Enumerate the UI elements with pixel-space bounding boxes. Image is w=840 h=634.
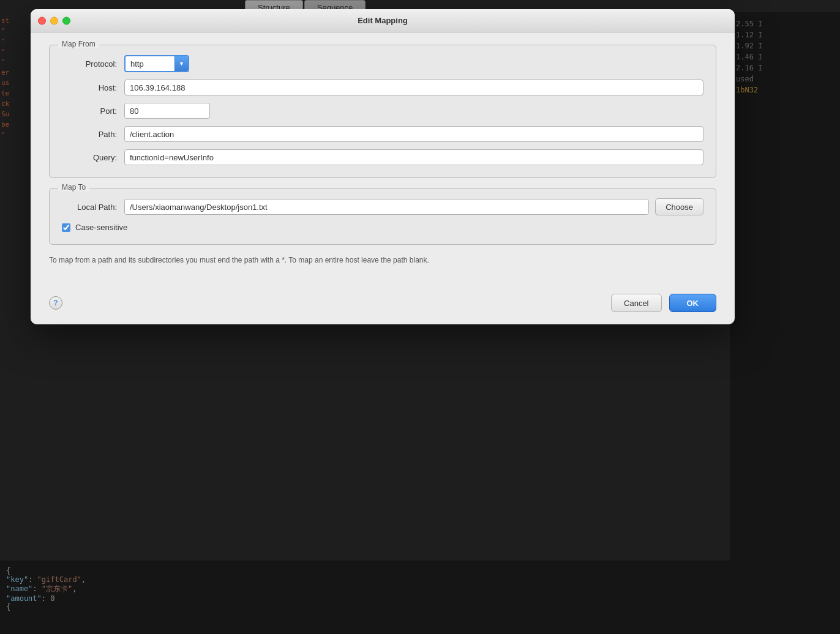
- protocol-label: Protocol:: [62, 59, 117, 69]
- query-input[interactable]: [124, 149, 703, 165]
- query-row: Query:: [62, 149, 703, 165]
- choose-button[interactable]: Choose: [655, 198, 703, 215]
- case-sensitive-row: Case-sensitive: [62, 223, 703, 232]
- path-label: Path:: [62, 130, 117, 139]
- protocol-input[interactable]: [126, 58, 174, 70]
- dialog-title-bar: Edit Mapping: [31, 9, 735, 32]
- host-row: Host:: [62, 80, 703, 95]
- info-text: To map from a path and its subdirectorie…: [49, 255, 716, 266]
- host-label: Host:: [62, 83, 117, 92]
- edit-mapping-dialog: Edit Mapping Map From Protocol: ▼ Host: …: [31, 9, 735, 324]
- protocol-row: Protocol: ▼: [62, 55, 703, 72]
- dialog-footer: ? Cancel OK: [31, 288, 735, 324]
- host-input[interactable]: [124, 80, 703, 95]
- maximize-button[interactable]: [62, 17, 70, 24]
- map-from-section: Map From Protocol: ▼ Host: Port:: [49, 45, 716, 178]
- dialog-title: Edit Mapping: [358, 16, 408, 25]
- path-input[interactable]: [124, 126, 703, 142]
- path-row: Path:: [62, 126, 703, 142]
- map-from-legend: Map From: [58, 40, 99, 48]
- protocol-dropdown-button[interactable]: ▼: [174, 56, 188, 71]
- traffic-lights: [38, 17, 70, 24]
- local-path-input[interactable]: [124, 199, 649, 215]
- cancel-button[interactable]: Cancel: [611, 294, 661, 312]
- local-path-label: Local Path:: [62, 203, 117, 212]
- close-button[interactable]: [38, 17, 46, 24]
- port-input[interactable]: [124, 103, 210, 119]
- map-to-section: Map To Local Path: Choose Case-sensitive: [49, 188, 716, 245]
- protocol-wrapper: ▼: [124, 55, 189, 72]
- help-button[interactable]: ?: [49, 296, 62, 310]
- local-path-row: Local Path: Choose: [62, 198, 703, 215]
- case-sensitive-checkbox[interactable]: [62, 223, 70, 232]
- minimize-button[interactable]: [50, 17, 58, 24]
- case-sensitive-label: Case-sensitive: [75, 223, 127, 232]
- dialog-body: Map From Protocol: ▼ Host: Port:: [31, 32, 735, 288]
- ok-button[interactable]: OK: [669, 294, 717, 312]
- map-to-legend: Map To: [58, 183, 89, 192]
- port-row: Port:: [62, 103, 703, 119]
- port-label: Port:: [62, 106, 117, 116]
- query-label: Query:: [62, 153, 117, 162]
